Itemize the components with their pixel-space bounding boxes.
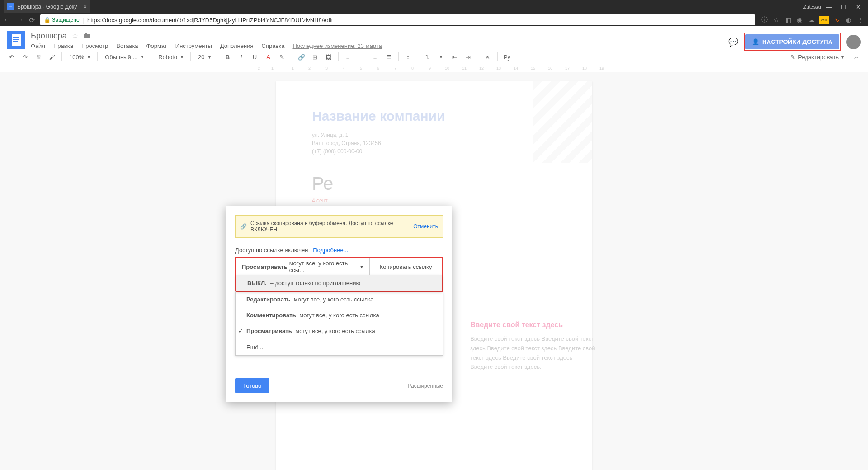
align-center-icon[interactable]: ≣ [356,51,368,63]
permission-options: ВЫКЛ. – доступ только по приглашению [236,275,442,291]
copy-link-button[interactable]: Копировать ссылку [369,258,442,275]
option-comment[interactable]: Комментировать могут все, у кого есть сс… [236,307,443,323]
advanced-link[interactable]: Расширенные [407,383,443,389]
menu-view[interactable]: Просмотр [81,42,108,49]
collapse-icon[interactable]: ︿ [851,51,863,63]
menu-format[interactable]: Формат [146,42,167,49]
align-justify-icon[interactable]: ☰ [383,51,395,63]
user-avatar[interactable] [846,35,861,49]
image-icon[interactable]: 🖼 [323,51,335,63]
text-color-icon[interactable]: A [263,51,274,63]
print-icon[interactable]: 🖶 [33,51,44,63]
last-edit-link[interactable]: Последнее изменение: 23 марта [292,42,382,49]
chevron-down-icon: ▼ [359,264,364,269]
undo-link[interactable]: Отменить [413,223,438,230]
docs-logo-icon[interactable] [7,31,25,49]
star-icon[interactable]: ☆ [71,31,79,41]
copied-banner: 🔗 Ссылка скопирована в буфер обмена. Дос… [235,215,443,238]
share-button[interactable]: 👤 НАСТРОЙКИ ДОСТУПА [745,34,839,49]
translate-icon[interactable]: ⓘ [760,16,769,24]
tab-bar: ≡ Брошюра - Google Доку × Zutessu — ☐ ✕ [0,0,868,14]
share-modal: 🔗 Ссылка скопирована в буфер обмена. Дос… [226,206,452,402]
menu-edit[interactable]: Правка [53,42,73,49]
comment-icon[interactable]: ⊞ [309,51,321,63]
done-button[interactable]: Готово [235,378,269,393]
minimize-icon[interactable]: — [823,2,835,12]
header-right: 💬 👤 НАСТРОЙКИ ДОСТУПА [728,33,861,51]
window-controls: Zutessu — ☐ ✕ [803,2,868,12]
paint-format-icon[interactable]: 🖌 [46,51,58,63]
rss-icon[interactable]: ∿ [833,16,841,24]
bullet-list-icon[interactable]: • [435,51,447,63]
option-edit[interactable]: Редактировать могут все, у кого есть ссы… [236,291,443,307]
option-off[interactable]: ВЫКЛ. – доступ только по приглашению [236,275,442,291]
menu-tools[interactable]: Инструменты [175,42,212,49]
permission-dropdown[interactable]: Просматривать могут все, у кого есть ссы… [236,258,369,275]
font-select[interactable]: Roboto [155,51,187,63]
menu-icon[interactable]: ⋮ [856,16,864,24]
numbered-list-icon[interactable]: ⒈ [422,51,434,63]
option-view[interactable]: ✓ Просматривать могут все, у кого есть с… [236,323,443,339]
reload-icon[interactable]: ⟳ [29,16,35,24]
menu-addons[interactable]: Дополнения [220,42,254,49]
docs-favicon: ≡ [7,3,14,10]
menu-help[interactable]: Справка [261,42,284,49]
document-title[interactable]: Брошюра [31,31,67,41]
align-right-icon[interactable]: ≡ [369,51,381,63]
maximize-icon[interactable]: ☐ [837,2,850,12]
ext-icon-3[interactable]: ☁ [807,16,816,24]
star-icon[interactable]: ☆ [772,16,780,24]
italic-icon[interactable]: I [236,51,247,63]
highlight-icon[interactable]: ✎ [276,51,288,63]
ext-icon-2[interactable]: ◉ [796,16,804,24]
option-more[interactable]: Ещё... [236,339,443,355]
toolbar: ↶ ↷ 🖶 🖌 100% Обычный ... Roboto 20 B I U… [0,49,868,65]
browser-chrome: ≡ Брошюра - Google Доку × Zutessu — ☐ ✕ … [0,0,868,26]
folder-icon[interactable]: 🖿 [83,32,90,40]
bold-icon[interactable]: B [222,51,234,63]
input-tools-icon[interactable]: Py [501,51,513,63]
edit-mode-select[interactable]: ✎ Редактировать ▾ [785,54,849,61]
ext-icon-4[interactable]: ◐ [844,16,853,24]
svg-rect-3 [13,41,18,42]
share-highlight: 👤 НАСТРОЙКИ ДОСТУПА [744,33,841,51]
ext-icon-badge[interactable]: 290 [819,16,829,24]
undo-icon[interactable]: ↶ [5,51,17,63]
close-window-icon[interactable]: ✕ [852,2,864,12]
link-icon[interactable]: 🔗 [296,51,307,63]
back-icon[interactable]: ← [4,16,11,24]
url-field[interactable]: 🔒 Защищено | https://docs.google.com/doc… [40,14,755,25]
link-icon: 🔗 [240,223,247,230]
underline-icon[interactable]: U [249,51,261,63]
canvas-area: 21 12 34 56 78 910 1112 1314 1516 1718 1… [0,65,868,470]
size-select[interactable]: 20 [194,51,214,63]
ext-icon-1[interactable]: ◧ [784,16,792,24]
secure-badge: 🔒 Защищено [44,17,80,23]
zoom-select[interactable]: 100% [66,51,94,63]
browser-tab[interactable]: ≡ Брошюра - Google Доку × [4,0,90,13]
clear-format-icon[interactable]: ✕ [482,51,494,63]
indent-dec-icon[interactable]: ⇤ [449,51,461,63]
menu-bar: Файл Правка Просмотр Вставка Формат Инст… [31,42,723,49]
person-icon: 👤 [752,38,760,45]
line-spacing-icon[interactable]: ↕ [402,51,414,63]
menu-insert[interactable]: Вставка [116,42,138,49]
style-select[interactable]: Обычный ... [101,51,147,63]
indent-inc-icon[interactable]: ⇥ [462,51,474,63]
browser-user: Zutessu [803,4,821,9]
tab-title: Брошюра - Google Доку [17,4,77,10]
close-icon[interactable]: × [83,3,87,10]
address-bar: ← → ⟳ 🔒 Защищено | https://docs.google.c… [0,14,868,26]
permission-dropdown-row: Просматривать могут все, у кого есть ссы… [236,258,442,275]
comments-icon[interactable]: 💬 [728,37,738,47]
align-left-icon[interactable]: ≡ [342,51,354,63]
learn-more-link[interactable]: Подробнее... [313,247,348,254]
extension-icons: ⓘ ☆ ◧ ◉ ☁ 290 ∿ ◐ ⋮ [760,16,864,24]
forward-icon[interactable]: → [16,16,24,24]
svg-rect-2 [13,39,19,40]
docs-header: Брошюра ☆ 🖿 Файл Правка Просмотр Вставка… [0,26,868,49]
svg-rect-1 [13,37,19,38]
menu-file[interactable]: Файл [31,42,45,49]
pencil-icon: ✎ [790,54,795,61]
redo-icon[interactable]: ↷ [19,51,31,63]
